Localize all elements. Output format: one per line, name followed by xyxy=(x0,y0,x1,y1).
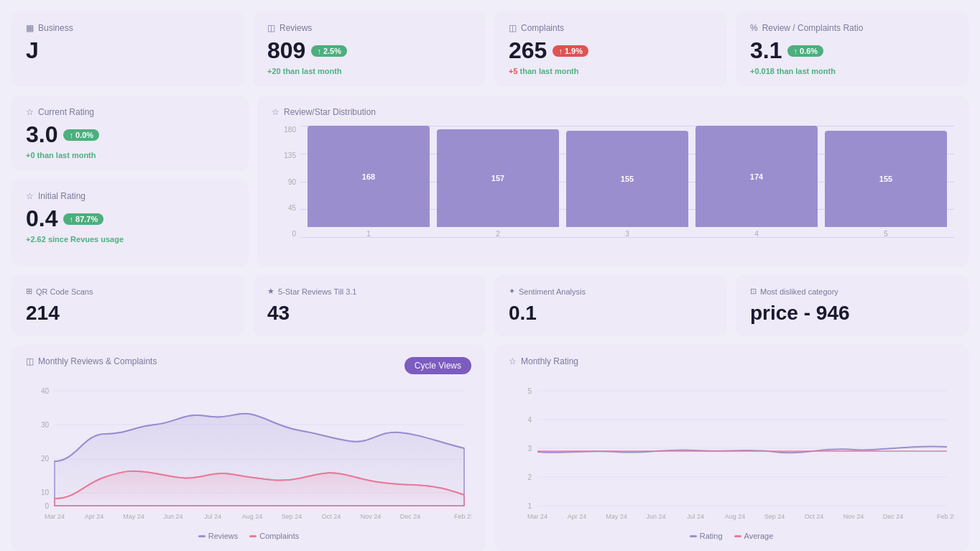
svg-text:Oct 24: Oct 24 xyxy=(322,513,341,520)
dashboard: ▦ Business J ◫ Reviews 809 ↑ 2.5% +20 th… xyxy=(11,11,969,551)
reviews-value: 809 ↑ 2.5% xyxy=(267,37,471,64)
bar-1-xlabel: 1 xyxy=(366,230,371,238)
sentiment-card: ✦ Sentiment Analysis 0.1 xyxy=(494,275,727,336)
svg-text:Aug 24: Aug 24 xyxy=(242,513,263,520)
current-rating-sub: +0 than last month xyxy=(26,151,234,159)
ratio-label: % Review / Complaints Ratio xyxy=(750,23,954,33)
svg-text:Dec 24: Dec 24 xyxy=(883,513,904,520)
business-card: ▦ Business J xyxy=(11,11,244,87)
y-label-180: 180 xyxy=(284,126,296,134)
qr-scans-value: 214 xyxy=(26,302,230,325)
svg-text:May 24: May 24 xyxy=(123,513,144,520)
svg-text:Apr 24: Apr 24 xyxy=(85,513,104,520)
monthly-rating-card: ☆ Monthly Rating xyxy=(494,345,969,551)
qr-scans-label: ⊞ QR Code Scans xyxy=(26,287,230,296)
mid-row: ☆ Current Rating 3.0 ↑ 0.0% +0 than last… xyxy=(11,96,969,267)
ratio-icon: % xyxy=(750,23,758,33)
star-icon-4: ☆ xyxy=(509,356,517,366)
bar-chart-title: ☆ Review/Star Distribution xyxy=(272,107,954,117)
complaints-value: 265 ↑ 1.9% xyxy=(509,37,713,64)
monthly-reviews-card: ◫ Monthly Reviews & Complaints Cycle Vie… xyxy=(11,345,486,551)
business-icon: ▦ xyxy=(26,23,34,33)
star-icon-3: ☆ xyxy=(272,107,279,117)
stats-row: ⊞ QR Code Scans 214 ★ 5-Star Reviews Til… xyxy=(11,275,969,336)
svg-text:Mar 24: Mar 24 xyxy=(45,513,65,520)
complaints-card: ◫ Complaints 265 ↑ 1.9% +5 than last mon… xyxy=(494,11,727,87)
reviews-label: ◫ Reviews xyxy=(267,23,471,33)
sentiment-value: 0.1 xyxy=(509,302,713,325)
bar-2: 157 2 xyxy=(437,126,559,238)
qr-scans-card: ⊞ QR Code Scans 214 xyxy=(11,275,244,336)
average-legend-item: Average xyxy=(734,532,774,540)
y-label-0: 0 xyxy=(292,230,296,238)
svg-text:Jul 24: Jul 24 xyxy=(687,513,704,520)
complaints-legend-item: Complaints xyxy=(249,532,299,540)
svg-text:0: 0 xyxy=(45,502,49,510)
y-label-135: 135 xyxy=(284,152,296,159)
complaints-badge: ↑ 1.9% xyxy=(553,45,588,57)
svg-text:Sep 24: Sep 24 xyxy=(282,513,302,520)
svg-text:3: 3 xyxy=(527,445,532,453)
qr-icon: ⊞ xyxy=(26,287,32,296)
complaints-sub: +5 than last month xyxy=(509,67,713,75)
ratio-badge: ↑ 0.6% xyxy=(787,45,823,57)
top-row: ▦ Business J ◫ Reviews 809 ↑ 2.5% +20 th… xyxy=(11,11,969,87)
initial-rating-card: ☆ Initial Rating 0.4 ↑ 87.7% +2.62 since… xyxy=(11,180,249,267)
monthly-reviews-chart: 40 30 20 10 0 xyxy=(26,384,471,527)
svg-text:Jul 24: Jul 24 xyxy=(204,513,221,520)
five-star-value: 43 xyxy=(267,302,471,325)
five-star-card: ★ 5-Star Reviews Till 3.1 43 xyxy=(253,275,486,336)
ratio-card: % Review / Complaints Ratio 3.1 ↑ 0.6% +… xyxy=(736,11,969,87)
current-rating-value: 3.0 ↑ 0.0% xyxy=(26,121,234,148)
reviews-sub: +20 than last month xyxy=(267,67,471,75)
bar-1: 168 1 xyxy=(308,126,430,238)
svg-text:Jun 24: Jun 24 xyxy=(163,513,182,520)
svg-text:5: 5 xyxy=(527,387,532,395)
current-rating-badge: ↑ 0.0% xyxy=(63,129,99,141)
svg-text:Feb 25: Feb 25 xyxy=(937,513,954,520)
bar-5-xlabel: 5 xyxy=(884,230,888,238)
ratio-sub: +0.018 than last month xyxy=(750,67,954,75)
bar-2-fill: 157 xyxy=(437,129,559,227)
current-rating-label: ☆ Current Rating xyxy=(26,107,234,117)
svg-text:Nov 24: Nov 24 xyxy=(843,513,864,520)
complaints-legend-dot xyxy=(249,535,256,537)
initial-rating-badge: ↑ 87.7% xyxy=(63,213,103,225)
bar-3: 155 3 xyxy=(566,126,688,238)
svg-text:Sep 24: Sep 24 xyxy=(764,513,785,520)
svg-text:30: 30 xyxy=(41,421,50,429)
star-icon-2: ☆ xyxy=(26,191,34,201)
complaints-label: ◫ Complaints xyxy=(509,23,713,33)
svg-text:Oct 24: Oct 24 xyxy=(805,513,824,520)
svg-text:Aug 24: Aug 24 xyxy=(725,513,746,520)
monthly-reviews-title: ◫ Monthly Reviews & Complaints xyxy=(26,356,157,366)
bar-4: 174 4 xyxy=(695,126,818,238)
cycle-views-button[interactable]: Cycle Views xyxy=(405,357,471,374)
current-rating-card: ☆ Current Rating 3.0 ↑ 0.0% +0 than last… xyxy=(11,96,249,171)
monthly-rating-title: ☆ Monthly Rating xyxy=(509,356,578,366)
bar-4-xlabel: 4 xyxy=(754,230,759,238)
monthly-reviews-legend: Reviews Complaints xyxy=(26,532,471,540)
bar-4-fill: 174 xyxy=(695,126,818,227)
y-label-45: 45 xyxy=(288,204,296,212)
svg-text:May 24: May 24 xyxy=(606,513,627,520)
initial-rating-label: ☆ Initial Rating xyxy=(26,191,234,201)
bar-3-xlabel: 3 xyxy=(625,230,629,238)
y-label-90: 90 xyxy=(288,178,296,186)
reviews-icon: ◫ xyxy=(267,23,275,33)
svg-text:Mar 24: Mar 24 xyxy=(527,513,547,520)
business-label: ▦ Business xyxy=(26,23,230,33)
svg-text:Apr 24: Apr 24 xyxy=(568,513,587,520)
star-icon: ☆ xyxy=(26,107,34,117)
message-icon: ◫ xyxy=(26,356,34,366)
five-star-icon: ★ xyxy=(267,287,274,296)
five-star-label: ★ 5-Star Reviews Till 3.1 xyxy=(267,287,471,296)
monthly-reviews-header: ◫ Monthly Reviews & Complaints Cycle Vie… xyxy=(26,356,471,375)
complaints-icon: ◫ xyxy=(509,23,517,33)
ratio-value: 3.1 ↑ 0.6% xyxy=(750,37,954,64)
disliked-value: price - 946 xyxy=(750,302,954,325)
svg-text:20: 20 xyxy=(41,455,50,463)
bar-3-fill: 155 xyxy=(566,131,688,227)
reviews-legend-dot xyxy=(198,535,205,537)
svg-text:40: 40 xyxy=(41,387,50,395)
